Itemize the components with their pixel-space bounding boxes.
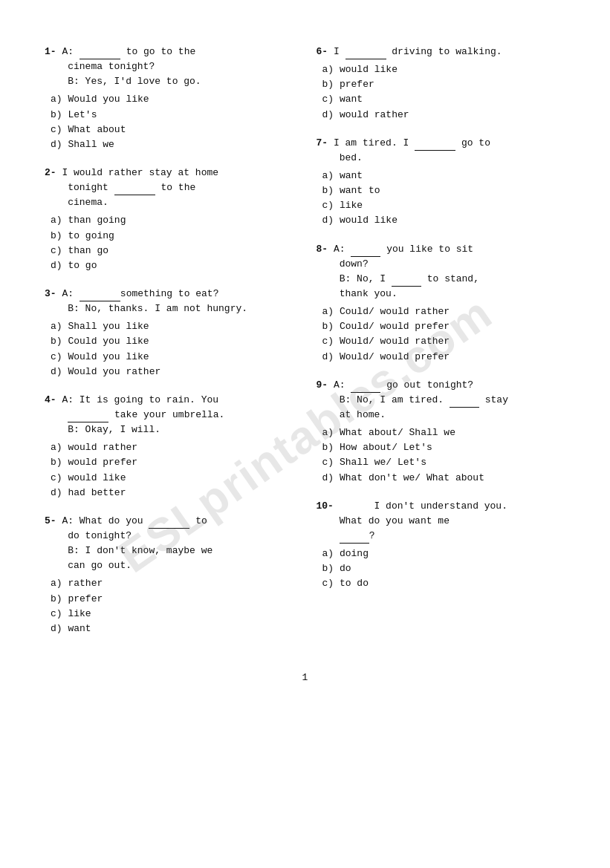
q8-option-d: d) Would/ would prefer <box>322 350 566 365</box>
q3-option-b: b) Could you like <box>51 334 294 349</box>
q3-number: 3- <box>45 288 56 299</box>
q4-option-b: b) would prefer <box>51 455 294 470</box>
q1-option-c: c) What about <box>51 123 294 137</box>
q8-number: 8- <box>317 244 328 255</box>
q2-option-a: a) than going <box>51 213 294 228</box>
q5-number: 5- <box>45 515 56 526</box>
q3-option-a: a) Shall you like <box>51 319 294 334</box>
q5-option-c: c) like <box>51 607 294 621</box>
q5-blank <box>149 519 189 529</box>
q9-blank1 <box>351 383 380 393</box>
q9-text: 9- A: go out tonight? B: No, I am tired.… <box>317 378 566 422</box>
q6-blank <box>345 50 386 59</box>
q3-option-c: c) Would you like <box>51 350 294 365</box>
q2-option-c: c) than go <box>51 244 294 258</box>
q8-option-b: b) Could/ would prefer <box>322 319 566 334</box>
q6-option-c: c) want <box>322 92 566 107</box>
q10-blank <box>340 534 369 544</box>
q6-option-b: b) prefer <box>322 77 566 92</box>
q9-option-d: d) What don't we/ What about <box>322 471 566 486</box>
question-3: 3- A: something to eat? B: No, thanks. I… <box>45 287 294 379</box>
q5-options: a) rather b) prefer c) like d) want <box>51 576 294 636</box>
q5-option-a: a) rather <box>51 576 294 591</box>
q1-option-a: a) Would you like <box>51 92 294 107</box>
question-2: 2- I would rather stay at home tonight t… <box>45 166 294 273</box>
q3-text: 3- A: something to eat? B: No, thanks. I… <box>45 287 294 316</box>
q10-option-c: c) to do <box>322 576 566 591</box>
right-column: 6- I driving to walking. a) would like b… <box>317 45 566 650</box>
question-10: 10- I don't understand you. What do you … <box>317 499 566 592</box>
q5-option-b: b) prefer <box>51 592 294 607</box>
q4-blank <box>68 413 108 422</box>
question-1: 1- A: to go to the cinema tonight? B: Ye… <box>45 45 294 152</box>
q2-number: 2- <box>45 167 56 178</box>
q9-number: 9- <box>317 379 328 391</box>
q6-options: a) would like b) prefer c) want d) would… <box>322 62 566 123</box>
q10-text: 10- I don't understand you. What do you … <box>317 499 566 544</box>
q1-number: 1- <box>45 46 56 57</box>
q9-option-a: a) What about/ Shall we <box>322 425 566 440</box>
q8-text: 8- A: you like to sit down? B: No, I to … <box>317 242 566 302</box>
q8-option-a: a) Could/ would rather <box>322 304 566 319</box>
question-6: 6- I driving to walking. a) would like b… <box>317 45 566 123</box>
q5-option-d: d) want <box>51 621 294 636</box>
q3-options: a) Shall you like b) Could you like c) W… <box>51 319 294 379</box>
q2-blank <box>114 186 155 195</box>
question-5: 5- A: What do you to do tonight? B: I do… <box>45 514 294 636</box>
q7-number: 7- <box>317 137 328 149</box>
q7-option-a: a) want <box>322 169 566 183</box>
question-8: 8- A: you like to sit down? B: No, I to … <box>317 242 566 365</box>
q8-option-c: c) Would/ would rather <box>322 334 566 349</box>
q1-blank <box>80 50 120 59</box>
q7-option-d: d) would like <box>322 213 566 228</box>
q4-option-d: d) had better <box>51 486 294 500</box>
q7-text: 7- I am tired. I go to bed. <box>317 136 566 166</box>
q4-option-c: c) would like <box>51 471 294 486</box>
q4-text: 4- A: It is going to rain. You take your… <box>45 393 294 437</box>
question-4: 4- A: It is going to rain. You take your… <box>45 393 294 500</box>
q10-option-b: b) do <box>322 561 566 576</box>
question-9: 9- A: go out tonight? B: No, I am tired.… <box>317 378 566 486</box>
q10-options: a) doing b) do c) to do <box>322 546 566 591</box>
q8-blank2 <box>392 277 421 287</box>
q9-option-c: c) Shall we/ Let's <box>322 455 566 470</box>
q6-number: 6- <box>317 46 328 57</box>
q5-text: 5- A: What do you to do tonight? B: I do… <box>45 514 294 574</box>
q6-option-d: d) would rather <box>322 108 566 123</box>
q2-text: 2- I would rather stay at home tonight t… <box>45 166 294 210</box>
page-number: 1 <box>45 672 565 683</box>
question-7: 7- I am tired. I go to bed. a) want b) w… <box>317 136 566 229</box>
q10-number: 10- <box>317 500 334 512</box>
q9-option-b: b) How about/ Let's <box>322 440 566 455</box>
q8-blank1 <box>351 247 380 257</box>
q4-options: a) would rather b) would prefer c) would… <box>51 440 294 500</box>
q3-blank <box>80 292 120 301</box>
q1-text: 1- A: to go to the cinema tonight? B: Ye… <box>45 45 294 89</box>
q6-text: 6- I driving to walking. <box>317 45 566 59</box>
content-grid: 1- A: to go to the cinema tonight? B: Ye… <box>45 45 565 650</box>
q2-option-d: d) to go <box>51 258 294 273</box>
q4-number: 4- <box>45 394 56 405</box>
q8-options: a) Could/ would rather b) Could/ would p… <box>322 304 566 365</box>
q4-option-a: a) would rather <box>51 440 294 455</box>
q1-options: a) Would you like b) Let's c) What about… <box>51 92 294 152</box>
q7-option-b: b) want to <box>322 183 566 198</box>
q2-options: a) than going b) to going c) than go d) … <box>51 213 294 273</box>
q1-option-b: b) Let's <box>51 108 294 123</box>
q3-option-d: d) Would you rather <box>51 365 294 379</box>
left-column: 1- A: to go to the cinema tonight? B: Ye… <box>45 45 294 650</box>
q7-blank <box>415 141 455 151</box>
q6-option-a: a) would like <box>322 62 566 77</box>
q7-options: a) want b) want to c) like d) would like <box>322 169 566 229</box>
q9-options: a) What about/ Shall we b) How about/ Le… <box>322 425 566 486</box>
q2-option-b: b) to going <box>51 229 294 244</box>
q9-blank2 <box>450 398 479 408</box>
q10-option-a: a) doing <box>322 546 566 561</box>
q1-option-d: d) Shall we <box>51 137 294 152</box>
q7-option-c: c) like <box>322 198 566 213</box>
